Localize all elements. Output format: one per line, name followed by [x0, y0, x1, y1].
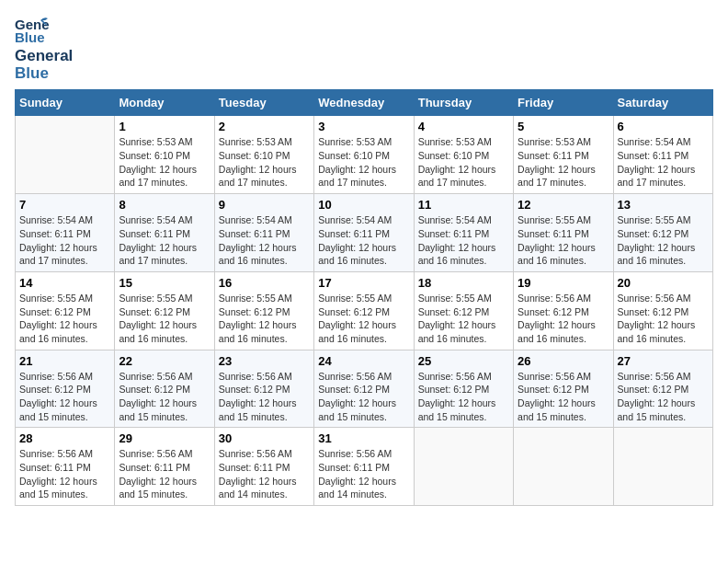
calendar-cell: 17Sunrise: 5:55 AM Sunset: 6:12 PM Dayli… — [314, 271, 414, 350]
day-info: Sunrise: 5:56 AM Sunset: 6:12 PM Dayligh… — [518, 292, 609, 346]
calendar-week-2: 7Sunrise: 5:54 AM Sunset: 6:11 PM Daylig… — [16, 194, 713, 272]
calendar-cell — [414, 428, 513, 506]
page-header: General Blue General Blue — [15, 15, 713, 82]
day-number: 16 — [219, 276, 310, 290]
day-info: Sunrise: 5:55 AM Sunset: 6:12 PM Dayligh… — [219, 292, 310, 346]
calendar-cell: 13Sunrise: 5:55 AM Sunset: 6:12 PM Dayli… — [613, 194, 712, 272]
day-info: Sunrise: 5:53 AM Sunset: 6:10 PM Dayligh… — [418, 135, 509, 190]
calendar-cell: 7Sunrise: 5:54 AM Sunset: 6:11 PM Daylig… — [16, 194, 115, 272]
day-number: 9 — [219, 198, 310, 212]
calendar-cell: 22Sunrise: 5:56 AM Sunset: 6:12 PM Dayli… — [115, 350, 214, 428]
calendar-cell: 18Sunrise: 5:55 AM Sunset: 6:12 PM Dayli… — [414, 271, 513, 350]
calendar-cell — [514, 428, 613, 506]
day-info: Sunrise: 5:55 AM Sunset: 6:12 PM Dayligh… — [318, 292, 409, 346]
day-info: Sunrise: 5:56 AM Sunset: 6:11 PM Dayligh… — [318, 447, 409, 501]
day-number: 23 — [219, 354, 310, 368]
calendar-cell: 23Sunrise: 5:56 AM Sunset: 6:12 PM Dayli… — [214, 350, 313, 428]
day-number: 21 — [19, 354, 110, 368]
day-number: 29 — [119, 431, 210, 445]
logo-general: General — [15, 48, 73, 65]
calendar-week-1: 1Sunrise: 5:53 AM Sunset: 6:10 PM Daylig… — [16, 116, 713, 194]
calendar-cell: 15Sunrise: 5:55 AM Sunset: 6:12 PM Dayli… — [115, 271, 214, 350]
day-number: 12 — [518, 198, 609, 212]
column-header-friday: Friday — [514, 90, 613, 116]
calendar-cell: 25Sunrise: 5:56 AM Sunset: 6:12 PM Dayli… — [414, 350, 513, 428]
calendar-cell: 21Sunrise: 5:56 AM Sunset: 6:12 PM Dayli… — [16, 350, 115, 428]
day-number: 2 — [219, 120, 310, 133]
day-info: Sunrise: 5:54 AM Sunset: 6:11 PM Dayligh… — [119, 213, 210, 268]
calendar-cell: 5Sunrise: 5:53 AM Sunset: 6:11 PM Daylig… — [514, 116, 613, 194]
day-number: 4 — [418, 120, 509, 133]
calendar-cell: 8Sunrise: 5:54 AM Sunset: 6:11 PM Daylig… — [115, 194, 214, 272]
day-info: Sunrise: 5:53 AM Sunset: 6:10 PM Dayligh… — [119, 135, 210, 190]
calendar-cell: 2Sunrise: 5:53 AM Sunset: 6:10 PM Daylig… — [214, 116, 313, 194]
calendar-cell: 9Sunrise: 5:54 AM Sunset: 6:11 PM Daylig… — [214, 194, 313, 272]
calendar-cell: 4Sunrise: 5:53 AM Sunset: 6:10 PM Daylig… — [414, 116, 513, 194]
day-info: Sunrise: 5:55 AM Sunset: 6:12 PM Dayligh… — [119, 292, 210, 346]
day-number: 30 — [219, 431, 310, 445]
calendar-cell: 11Sunrise: 5:54 AM Sunset: 6:11 PM Dayli… — [414, 194, 513, 272]
day-number: 24 — [318, 354, 409, 368]
calendar-cell: 24Sunrise: 5:56 AM Sunset: 6:12 PM Dayli… — [314, 350, 414, 428]
day-info: Sunrise: 5:56 AM Sunset: 6:12 PM Dayligh… — [418, 370, 509, 424]
calendar-cell: 28Sunrise: 5:56 AM Sunset: 6:11 PM Dayli… — [16, 428, 115, 506]
day-info: Sunrise: 5:54 AM Sunset: 6:11 PM Dayligh… — [19, 213, 110, 268]
day-info: Sunrise: 5:54 AM Sunset: 6:11 PM Dayligh… — [418, 213, 509, 268]
logo-icon: General Blue — [15, 15, 50, 46]
column-header-saturday: Saturday — [613, 90, 712, 116]
day-number: 13 — [618, 198, 709, 212]
day-number: 10 — [318, 198, 409, 212]
day-number: 5 — [518, 120, 609, 133]
day-info: Sunrise: 5:53 AM Sunset: 6:10 PM Dayligh… — [219, 135, 310, 190]
day-number: 14 — [19, 276, 110, 290]
calendar-cell: 12Sunrise: 5:55 AM Sunset: 6:11 PM Dayli… — [514, 194, 613, 272]
day-info: Sunrise: 5:53 AM Sunset: 6:10 PM Dayligh… — [318, 135, 409, 190]
day-number: 25 — [418, 354, 509, 368]
svg-text:Blue: Blue — [15, 29, 45, 45]
calendar-cell — [613, 428, 712, 506]
day-info: Sunrise: 5:54 AM Sunset: 6:11 PM Dayligh… — [618, 135, 709, 190]
day-info: Sunrise: 5:56 AM Sunset: 6:12 PM Dayligh… — [219, 370, 310, 424]
calendar-cell: 1Sunrise: 5:53 AM Sunset: 6:10 PM Daylig… — [115, 116, 214, 194]
column-header-sunday: Sunday — [16, 90, 115, 116]
day-number: 28 — [19, 431, 110, 445]
day-info: Sunrise: 5:56 AM Sunset: 6:12 PM Dayligh… — [318, 370, 409, 424]
day-number: 17 — [318, 276, 409, 290]
calendar-week-4: 21Sunrise: 5:56 AM Sunset: 6:12 PM Dayli… — [16, 350, 713, 428]
day-info: Sunrise: 5:56 AM Sunset: 6:12 PM Dayligh… — [19, 370, 110, 424]
calendar-week-3: 14Sunrise: 5:55 AM Sunset: 6:12 PM Dayli… — [16, 271, 713, 350]
day-number: 19 — [518, 276, 609, 290]
column-header-tuesday: Tuesday — [214, 90, 313, 116]
day-info: Sunrise: 5:56 AM Sunset: 6:11 PM Dayligh… — [19, 447, 110, 501]
day-info: Sunrise: 5:55 AM Sunset: 6:11 PM Dayligh… — [518, 213, 609, 268]
calendar-cell: 31Sunrise: 5:56 AM Sunset: 6:11 PM Dayli… — [314, 428, 414, 506]
calendar-cell: 6Sunrise: 5:54 AM Sunset: 6:11 PM Daylig… — [613, 116, 712, 194]
calendar-cell: 20Sunrise: 5:56 AM Sunset: 6:12 PM Dayli… — [613, 271, 712, 350]
calendar-cell: 3Sunrise: 5:53 AM Sunset: 6:10 PM Daylig… — [314, 116, 414, 194]
day-info: Sunrise: 5:55 AM Sunset: 6:12 PM Dayligh… — [418, 292, 509, 346]
day-info: Sunrise: 5:56 AM Sunset: 6:12 PM Dayligh… — [618, 370, 709, 424]
column-header-monday: Monday — [115, 90, 214, 116]
calendar-cell: 10Sunrise: 5:54 AM Sunset: 6:11 PM Dayli… — [314, 194, 414, 272]
column-header-thursday: Thursday — [414, 90, 513, 116]
calendar-cell: 14Sunrise: 5:55 AM Sunset: 6:12 PM Dayli… — [16, 271, 115, 350]
day-number: 22 — [119, 354, 210, 368]
day-info: Sunrise: 5:56 AM Sunset: 6:11 PM Dayligh… — [119, 447, 210, 501]
calendar-week-5: 28Sunrise: 5:56 AM Sunset: 6:11 PM Dayli… — [16, 428, 713, 506]
logo-blue: Blue — [15, 65, 73, 83]
calendar-cell: 29Sunrise: 5:56 AM Sunset: 6:11 PM Dayli… — [115, 428, 214, 506]
day-info: Sunrise: 5:56 AM Sunset: 6:12 PM Dayligh… — [119, 370, 210, 424]
calendar-cell: 19Sunrise: 5:56 AM Sunset: 6:12 PM Dayli… — [514, 271, 613, 350]
calendar-cell: 30Sunrise: 5:56 AM Sunset: 6:11 PM Dayli… — [214, 428, 313, 506]
day-info: Sunrise: 5:54 AM Sunset: 6:11 PM Dayligh… — [318, 213, 409, 268]
day-info: Sunrise: 5:56 AM Sunset: 6:12 PM Dayligh… — [518, 370, 609, 424]
column-header-wednesday: Wednesday — [314, 90, 414, 116]
day-number: 18 — [418, 276, 509, 290]
day-info: Sunrise: 5:54 AM Sunset: 6:11 PM Dayligh… — [219, 213, 310, 268]
day-number: 7 — [19, 198, 110, 212]
day-info: Sunrise: 5:56 AM Sunset: 6:12 PM Dayligh… — [618, 292, 709, 346]
day-info: Sunrise: 5:55 AM Sunset: 6:12 PM Dayligh… — [618, 213, 709, 268]
day-number: 1 — [119, 120, 210, 133]
logo: General Blue General Blue — [15, 15, 73, 82]
day-number: 26 — [518, 354, 609, 368]
